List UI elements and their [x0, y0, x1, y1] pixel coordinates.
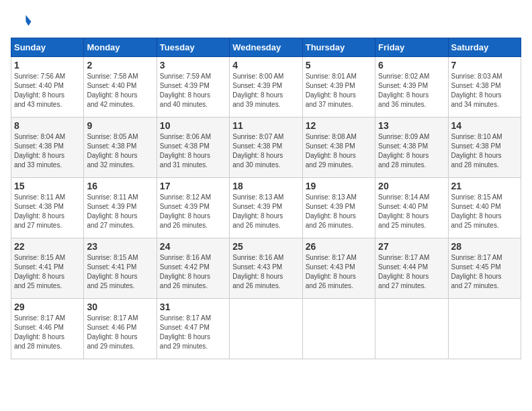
calendar-cell: 29 Sunrise: 8:17 AMSunset: 4:46 PMDaylig…	[11, 299, 84, 359]
day-number: 28	[451, 241, 518, 252]
day-number: 13	[378, 120, 445, 131]
day-info: Sunrise: 8:13 AMSunset: 4:39 PMDaylight:…	[232, 193, 283, 229]
calendar-cell	[230, 299, 302, 359]
calendar: SundayMondayTuesdayWednesdayThursdayFrid…	[11, 38, 521, 359]
day-number: 19	[306, 181, 372, 191]
day-number: 17	[160, 181, 226, 191]
day-info: Sunrise: 8:03 AMSunset: 4:38 PMDaylight:…	[451, 73, 502, 108]
calendar-cell: 27 Sunrise: 8:17 AMSunset: 4:44 PMDaylig…	[375, 238, 448, 299]
calendar-cell: 17 Sunrise: 8:12 AMSunset: 4:39 PMDaylig…	[157, 178, 229, 238]
day-number: 27	[378, 241, 445, 252]
calendar-cell: 11 Sunrise: 8:07 AMSunset: 4:38 PMDaylig…	[230, 118, 302, 178]
day-info: Sunrise: 8:10 AMSunset: 4:38 PMDaylight:…	[451, 133, 502, 169]
day-number: 15	[14, 181, 81, 191]
day-of-week-friday: Friday	[375, 38, 448, 57]
calendar-body: 1 Sunrise: 7:56 AMSunset: 4:40 PMDayligh…	[11, 57, 521, 359]
day-number: 30	[87, 302, 153, 312]
calendar-cell: 7 Sunrise: 8:03 AMSunset: 4:38 PMDayligh…	[448, 57, 521, 118]
logo-icon	[11, 11, 32, 32]
calendar-cell: 3 Sunrise: 7:59 AMSunset: 4:39 PMDayligh…	[157, 57, 229, 118]
day-info: Sunrise: 8:17 AMSunset: 4:44 PMDaylight:…	[378, 254, 429, 289]
day-info: Sunrise: 7:56 AMSunset: 4:40 PMDaylight:…	[14, 73, 65, 108]
logo	[11, 11, 35, 32]
day-info: Sunrise: 8:15 AMSunset: 4:41 PMDaylight:…	[14, 254, 65, 289]
day-info: Sunrise: 8:00 AMSunset: 4:39 PMDaylight:…	[232, 73, 283, 108]
calendar-cell: 16 Sunrise: 8:11 AMSunset: 4:39 PMDaylig…	[84, 178, 157, 238]
day-number: 11	[232, 120, 299, 131]
day-number: 6	[378, 60, 445, 71]
calendar-cell	[302, 299, 375, 359]
calendar-cell	[375, 299, 448, 359]
calendar-cell: 13 Sunrise: 8:09 AMSunset: 4:38 PMDaylig…	[375, 118, 448, 178]
calendar-cell: 4 Sunrise: 8:00 AMSunset: 4:39 PMDayligh…	[230, 57, 302, 118]
day-number: 3	[160, 60, 226, 71]
page-header	[11, 11, 521, 32]
day-info: Sunrise: 8:12 AMSunset: 4:39 PMDaylight:…	[160, 193, 211, 229]
day-info: Sunrise: 8:17 AMSunset: 4:46 PMDaylight:…	[87, 314, 138, 350]
day-of-week-wednesday: Wednesday	[230, 38, 302, 57]
day-info: Sunrise: 8:11 AMSunset: 4:38 PMDaylight:…	[14, 193, 65, 229]
day-of-week-saturday: Saturday	[448, 38, 521, 57]
calendar-cell: 21 Sunrise: 8:15 AMSunset: 4:40 PMDaylig…	[448, 178, 521, 238]
calendar-cell: 26 Sunrise: 8:17 AMSunset: 4:43 PMDaylig…	[302, 238, 375, 299]
day-number: 2	[87, 60, 153, 71]
calendar-header: SundayMondayTuesdayWednesdayThursdayFrid…	[11, 38, 521, 57]
day-number: 14	[451, 120, 518, 131]
day-number: 5	[306, 60, 372, 71]
day-info: Sunrise: 8:16 AMSunset: 4:42 PMDaylight:…	[160, 254, 211, 289]
calendar-cell: 10 Sunrise: 8:06 AMSunset: 4:38 PMDaylig…	[157, 118, 229, 178]
day-info: Sunrise: 8:01 AMSunset: 4:39 PMDaylight:…	[306, 73, 357, 108]
day-info: Sunrise: 7:58 AMSunset: 4:40 PMDaylight:…	[87, 73, 138, 108]
day-number: 8	[14, 120, 81, 131]
day-number: 20	[378, 181, 445, 191]
calendar-cell: 9 Sunrise: 8:05 AMSunset: 4:38 PMDayligh…	[84, 118, 157, 178]
day-info: Sunrise: 8:17 AMSunset: 4:45 PMDaylight:…	[451, 254, 502, 289]
day-number: 31	[160, 302, 226, 312]
calendar-cell: 19 Sunrise: 8:13 AMSunset: 4:39 PMDaylig…	[302, 178, 375, 238]
calendar-cell: 28 Sunrise: 8:17 AMSunset: 4:45 PMDaylig…	[448, 238, 521, 299]
day-of-week-tuesday: Tuesday	[157, 38, 229, 57]
day-of-week-thursday: Thursday	[302, 38, 375, 57]
day-info: Sunrise: 8:16 AMSunset: 4:43 PMDaylight:…	[232, 254, 283, 289]
calendar-cell: 2 Sunrise: 7:58 AMSunset: 4:40 PMDayligh…	[84, 57, 157, 118]
calendar-cell: 15 Sunrise: 8:11 AMSunset: 4:38 PMDaylig…	[11, 178, 84, 238]
calendar-cell: 23 Sunrise: 8:15 AMSunset: 4:41 PMDaylig…	[84, 238, 157, 299]
day-info: Sunrise: 8:08 AMSunset: 4:38 PMDaylight:…	[306, 133, 357, 169]
day-number: 7	[451, 60, 518, 71]
calendar-cell: 20 Sunrise: 8:14 AMSunset: 4:40 PMDaylig…	[375, 178, 448, 238]
day-number: 18	[232, 181, 299, 191]
day-of-week-sunday: Sunday	[11, 38, 84, 57]
day-info: Sunrise: 8:04 AMSunset: 4:38 PMDaylight:…	[14, 133, 65, 169]
day-info: Sunrise: 8:05 AMSunset: 4:38 PMDaylight:…	[87, 133, 138, 169]
day-info: Sunrise: 8:15 AMSunset: 4:41 PMDaylight:…	[87, 254, 138, 289]
day-info: Sunrise: 8:09 AMSunset: 4:38 PMDaylight:…	[378, 133, 429, 169]
day-info: Sunrise: 8:15 AMSunset: 4:40 PMDaylight:…	[451, 193, 502, 229]
calendar-cell: 5 Sunrise: 8:01 AMSunset: 4:39 PMDayligh…	[302, 57, 375, 118]
calendar-cell: 6 Sunrise: 8:02 AMSunset: 4:39 PMDayligh…	[375, 57, 448, 118]
day-info: Sunrise: 7:59 AMSunset: 4:39 PMDaylight:…	[160, 73, 211, 108]
day-number: 24	[160, 241, 226, 252]
calendar-cell: 24 Sunrise: 8:16 AMSunset: 4:42 PMDaylig…	[157, 238, 229, 299]
calendar-cell: 30 Sunrise: 8:17 AMSunset: 4:46 PMDaylig…	[84, 299, 157, 359]
day-number: 4	[232, 60, 299, 71]
day-info: Sunrise: 8:11 AMSunset: 4:39 PMDaylight:…	[87, 193, 138, 229]
calendar-cell: 18 Sunrise: 8:13 AMSunset: 4:39 PMDaylig…	[230, 178, 302, 238]
day-info: Sunrise: 8:06 AMSunset: 4:38 PMDaylight:…	[160, 133, 211, 169]
day-number: 23	[87, 241, 153, 252]
day-number: 21	[451, 181, 518, 191]
day-number: 29	[14, 302, 81, 312]
svg-marker-0	[26, 15, 31, 21]
day-number: 26	[306, 241, 372, 252]
day-number: 25	[232, 241, 299, 252]
day-info: Sunrise: 8:14 AMSunset: 4:40 PMDaylight:…	[378, 193, 429, 229]
calendar-cell: 8 Sunrise: 8:04 AMSunset: 4:38 PMDayligh…	[11, 118, 84, 178]
day-info: Sunrise: 8:17 AMSunset: 4:47 PMDaylight:…	[160, 314, 211, 350]
day-number: 10	[160, 120, 226, 131]
calendar-cell: 1 Sunrise: 7:56 AMSunset: 4:40 PMDayligh…	[11, 57, 84, 118]
day-of-week-monday: Monday	[84, 38, 157, 57]
calendar-cell	[448, 299, 521, 359]
day-number: 16	[87, 181, 153, 191]
day-number: 22	[14, 241, 81, 252]
svg-marker-1	[26, 21, 31, 26]
day-info: Sunrise: 8:13 AMSunset: 4:39 PMDaylight:…	[306, 193, 357, 229]
